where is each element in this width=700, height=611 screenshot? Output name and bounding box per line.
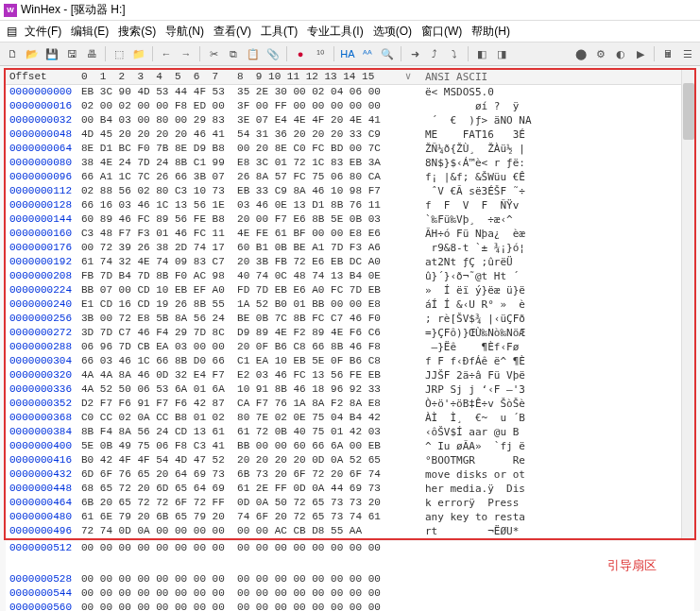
ascii-cell[interactable]: ^ Iu øÃA» `fj ë [421, 439, 694, 453]
offset-cell[interactable]: 0000000496 [6, 524, 77, 538]
hex-row[interactable]: 000000009666 A1 1C 7C 26 66 3B 07 26 8A … [6, 170, 694, 184]
hex-cell[interactable]: 72 74 0D 0A 00 00 00 00 00 00 AC CB D8 5… [77, 524, 395, 538]
hex-cell[interactable]: 61 74 32 4E 74 09 83 C7 20 3B FB 72 E6 E… [77, 255, 395, 269]
hex-row[interactable]: 00000002563B 00 72 E8 5B 8A 56 24 BE 0B … [6, 312, 694, 326]
offset-cell[interactable]: 0000000032 [6, 113, 77, 127]
hex-row[interactable]: 00000000484D 45 20 20 20 20 46 41 54 31 … [6, 127, 694, 142]
tool2-icon[interactable]: ⚙ [592, 45, 609, 62]
hex-row[interactable]: 0000000224BB 07 00 CD 10 EB EF A0 FD 7D … [6, 283, 694, 297]
hex-cell[interactable]: 3B 00 72 E8 5B 8A 56 24 BE 0B 7C 8B FC C… [77, 312, 395, 326]
hex-cell[interactable]: 06 96 7D CB EA 03 00 00 20 0F B6 C8 66 8… [77, 340, 395, 354]
offset-cell[interactable]: 0000000016 [6, 99, 77, 113]
ascii-cell[interactable] [421, 586, 694, 601]
goto-icon[interactable]: ➜ [406, 45, 423, 62]
ascii-cell[interactable]: Ò÷ö'÷öB‡Ê÷v ŠòŠè [421, 397, 694, 411]
hex-cell[interactable]: 60 89 46 FC 89 56 FE B8 20 00 F7 E6 8B 5… [77, 212, 395, 227]
disk-icon[interactable]: ⬚ [111, 45, 128, 62]
find-text-icon[interactable]: ᴬᴬ [359, 45, 376, 62]
menu-nav[interactable]: 导航(N) [162, 24, 208, 40]
offset-cell[interactable]: 0000000144 [6, 212, 77, 227]
offset-cell[interactable]: 0000000464 [6, 496, 77, 510]
find-hex-icon[interactable]: HA [339, 45, 356, 62]
hex-row[interactable]: 00000004326D 6F 76 65 20 64 69 73 6B 73 … [6, 467, 694, 482]
calc-icon[interactable]: 🖩 [659, 45, 676, 62]
ascii-cell[interactable]: JJŠF 2ä÷â Fü Vþë [421, 368, 694, 382]
hex-row[interactable]: 00000004005E 0B 49 75 06 F8 C3 41 BB 00 … [6, 439, 694, 453]
offset-cell[interactable]: 0000000064 [6, 142, 77, 156]
folder-icon[interactable]: 📁 [130, 45, 147, 62]
hex-row[interactable]: 0000000416B0 42 4F 4F 54 4D 47 52 20 20 … [6, 453, 694, 467]
hex-row[interactable]: 00000004646B 20 65 72 72 6F 72 FF 0D 0A … [6, 496, 694, 510]
ascii-cell[interactable]: ´ € )ƒ> äNO NA [421, 113, 694, 127]
hex-row[interactable]: 000000051200 00 00 00 00 00 00 00 00 00 … [6, 541, 694, 555]
down-icon[interactable]: ⤵ [446, 45, 463, 62]
save-icon[interactable]: 💾 [43, 45, 60, 62]
hex-row[interactable]: 0000000368C0 CC 02 0A CC B8 01 02 80 7E … [6, 411, 694, 425]
tool4-icon[interactable]: ▶ [632, 45, 649, 62]
ascii-cell[interactable]: 8N$}$‹Á™è< r ƒë: [421, 156, 694, 170]
hex-row[interactable]: 0000000160C3 48 F7 F3 01 46 FC 11 4E FE … [6, 227, 694, 241]
header-gap[interactable]: ∨ [395, 70, 421, 84]
ascii-cell[interactable]: any key to resta [421, 510, 694, 524]
hex-row[interactable]: 0000000352D2 F7 F6 91 F7 F6 42 87 CA F7 … [6, 397, 694, 411]
hex-row[interactable]: 000000008038 4E 24 7D 24 8B C1 99 E8 3C … [6, 156, 694, 170]
paste-icon[interactable]: 📋 [245, 45, 262, 62]
marker-icon[interactable]: ◧ [473, 45, 490, 62]
tool1-icon[interactable]: ⬤ [572, 45, 589, 62]
menu-tools[interactable]: 工具(T) [257, 24, 301, 40]
hex-row[interactable]: 000000054400 00 00 00 00 00 00 00 00 00 … [6, 586, 694, 601]
hex-cell[interactable]: FB 7D B4 7D 8B F0 AC 98 40 74 0C 48 74 1… [77, 269, 395, 283]
offset-cell[interactable]: 0000000560 [6, 601, 77, 611]
hex-row[interactable]: 000000044868 65 72 20 6D 65 64 69 61 2E … [6, 482, 694, 496]
ascii-cell[interactable]: ME FAT16 3É [421, 127, 694, 142]
hex-row[interactable]: 000000049672 74 0D 0A 00 00 00 00 00 00 … [6, 524, 694, 538]
hex-cell[interactable]: C3 48 F7 F3 01 46 FC 11 4E FE 61 BF 00 0… [77, 227, 395, 241]
offset-cell[interactable]: 0000000336 [6, 382, 77, 397]
ascii-cell[interactable]: f F f‹ÐfÁê ë^ ¶È [421, 354, 694, 368]
offset-cell[interactable]: 0000000160 [6, 227, 77, 241]
control-icon[interactable]: ▤ [4, 24, 19, 39]
menu-window[interactable]: 窗口(W) [418, 24, 466, 40]
hex-row[interactable]: 0000000240E1 CD 16 CD 19 26 8B 55 1A 52 … [6, 297, 694, 312]
up-icon[interactable]: ⤴ [426, 45, 443, 62]
hex-cell[interactable]: 66 03 46 1C 66 8B D0 66 C1 EA 10 EB 5E 0… [77, 354, 395, 368]
copy-icon[interactable]: ⧉ [225, 45, 242, 62]
hex-cell[interactable]: 61 6E 79 20 6B 65 79 20 74 6F 20 72 65 7… [77, 510, 395, 524]
hex-cell[interactable]: 66 16 03 46 1C 13 56 1E 03 46 0E 13 D1 8… [77, 198, 395, 212]
hex-cell[interactable]: D2 F7 F6 91 F7 F6 42 87 CA F7 76 1A 8A F… [77, 397, 395, 411]
offset-cell[interactable]: 0000000288 [6, 340, 77, 354]
offset-cell[interactable]: 0000000528 [6, 572, 77, 586]
hex-cell[interactable]: 00 00 00 00 00 00 00 00 00 00 00 00 00 0… [77, 541, 395, 555]
hex-row[interactable]: 000000011202 88 56 02 80 C3 10 73 EB 33 … [6, 184, 694, 198]
menu-spec[interactable]: 专业工具(I) [303, 24, 367, 40]
hex-cell[interactable]: 66 A1 1C 7C 26 66 3B 07 26 8A 57 FC 75 0… [77, 170, 395, 184]
hex-cell[interactable]: B0 42 4F 4F 54 4D 47 52 20 20 20 20 0D 0… [77, 453, 395, 467]
ascii-cell[interactable] [421, 601, 694, 611]
menu-edit[interactable]: 编辑(E) [67, 24, 112, 40]
offset-cell[interactable]: 0000000432 [6, 467, 77, 482]
offset-cell[interactable]: 0000000000 [6, 85, 77, 99]
offset-cell[interactable]: 0000000208 [6, 269, 77, 283]
ascii-cell[interactable]: JRP Sj j ‘‹F –'3 [421, 382, 694, 397]
hex-cell[interactable]: EB 3C 90 4D 53 44 4F 53 35 2E 30 00 02 0… [77, 85, 395, 99]
hex-cell[interactable]: E1 CD 16 CD 19 26 8B 55 1A 52 B0 01 BB 0… [77, 297, 395, 312]
hex-cell[interactable]: 68 65 72 20 6D 65 64 69 61 2E FF 0D 0A 4… [77, 482, 395, 496]
hex-cell[interactable]: 00 00 00 00 00 00 00 00 00 00 00 00 00 0… [77, 572, 395, 586]
hex-cell[interactable]: 00 72 39 26 38 2D 74 17 60 B1 0B BE A1 7… [77, 241, 395, 255]
ascii-cell[interactable]: ÃH÷ó Fü Nþa¿ èæ [421, 227, 694, 241]
ascii-cell[interactable]: –}Ëê ¶Èf‹Fø [421, 340, 694, 354]
offset-cell[interactable]: 0000000176 [6, 241, 77, 255]
hex-row[interactable]: 0000000208FB 7D B4 7D 8B F0 AC 98 40 74 … [6, 269, 694, 283]
offset-cell[interactable]: 0000000448 [6, 482, 77, 496]
offset-cell[interactable]: 0000000368 [6, 411, 77, 425]
tool3-icon[interactable]: ◐ [612, 45, 629, 62]
offset-cell[interactable]: 0000000256 [6, 312, 77, 326]
offset-cell[interactable]: 0000000272 [6, 326, 77, 340]
offset-cell[interactable]: 0000000352 [6, 397, 77, 411]
hex-cell[interactable]: 5E 0B 49 75 06 F8 C3 41 BB 00 00 60 66 6… [77, 439, 395, 453]
header-offset[interactable]: Offset [6, 70, 77, 84]
ascii-cell[interactable]: °BOOTMGR Re [421, 453, 694, 467]
ascii-cell[interactable]: ŽÑ¼ð{ŽÙ¸ ŽÀü½ | [421, 142, 694, 156]
menu-file[interactable]: 文件(F) [21, 24, 65, 40]
ascii-cell[interactable]: f¡ |&f; &ŠWüu €Ê [421, 170, 694, 184]
